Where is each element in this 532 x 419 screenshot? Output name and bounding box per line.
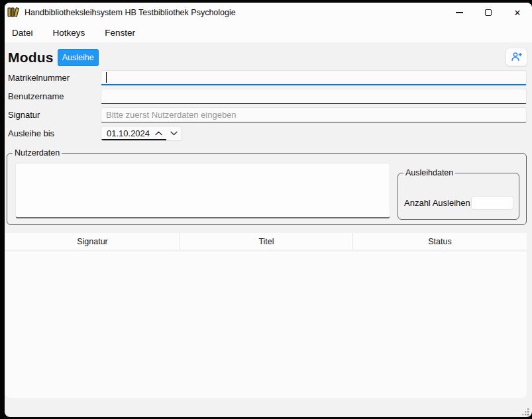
benutzername-input[interactable] (101, 89, 527, 104)
text-caret (106, 72, 107, 83)
chevron-down-icon (170, 131, 178, 136)
date-decrement-button[interactable] (166, 126, 182, 140)
modus-heading: Modus (8, 50, 54, 66)
app-window: Handbibliotheksleihsystem HB Testbibliot… (5, 3, 532, 417)
menubar: Datei Hotkeys Fenster (5, 23, 532, 42)
anzahl-ausleihen-input[interactable] (471, 196, 513, 210)
titlebar: Handbibliotheksleihsystem HB Testbibliot… (5, 3, 532, 23)
date-increment-button[interactable] (151, 126, 166, 140)
chevron-up-icon (155, 131, 162, 136)
menu-item-fenster[interactable]: Fenster (105, 28, 135, 38)
signatur-input[interactable] (101, 107, 527, 122)
window-controls: ✕ (445, 3, 532, 23)
window-title: Handbibliotheksleihsystem HB Testbibliot… (25, 8, 236, 17)
signatur-label: Signatur (8, 110, 101, 120)
books-icon (7, 7, 21, 19)
loan-table-body[interactable] (5, 252, 527, 398)
resize-grip-icon[interactable] (521, 407, 530, 416)
ausleihe-bis-date-field[interactable]: 01.10.2024 (101, 126, 182, 141)
column-header-status[interactable]: Status (353, 233, 527, 250)
nutzerdaten-group: Nutzerdaten Ausleihdaten Anzahl Ausleihe… (7, 148, 527, 225)
main-content: Modus Ausleihe Matrikelnummer Benutzerna… (5, 42, 532, 417)
person-add-icon (511, 52, 523, 62)
menu-item-datei[interactable]: Datei (12, 28, 33, 38)
ausleihdaten-group: Ausleihdaten Anzahl Ausleihen (398, 168, 519, 220)
column-header-titel[interactable]: Titel (180, 233, 353, 250)
mode-ausleihe-button[interactable]: Ausleihe (58, 49, 99, 66)
ausleihe-bis-label: Ausleihe bis (8, 128, 101, 138)
window-close-icon: ✕ (514, 9, 521, 17)
loan-table-header: Signatur Titel Status (5, 233, 527, 250)
ausleihdaten-legend: Ausleihdaten (403, 168, 455, 177)
matrikelnummer-input[interactable] (101, 70, 527, 85)
nutzerdaten-legend: Nutzerdaten (13, 148, 62, 158)
window-minimize-icon (456, 12, 463, 13)
close-button[interactable]: ✕ (503, 3, 532, 23)
maximize-button[interactable] (474, 3, 503, 23)
benutzername-label: Benutzername (8, 91, 101, 101)
nutzerdaten-textarea[interactable] (15, 163, 390, 218)
matrikelnummer-label: Matrikelnummer (8, 73, 101, 83)
window-maximize-icon (485, 9, 492, 16)
date-underline (101, 139, 166, 140)
minimize-button[interactable] (445, 3, 474, 23)
column-header-signatur[interactable]: Signatur (5, 233, 180, 250)
ausleihe-bis-value: 01.10.2024 (101, 128, 151, 138)
add-user-button[interactable] (505, 48, 527, 66)
anzahl-ausleihen-label: Anzahl Ausleihen (404, 198, 471, 208)
menu-item-hotkeys[interactable]: Hotkeys (53, 28, 85, 38)
